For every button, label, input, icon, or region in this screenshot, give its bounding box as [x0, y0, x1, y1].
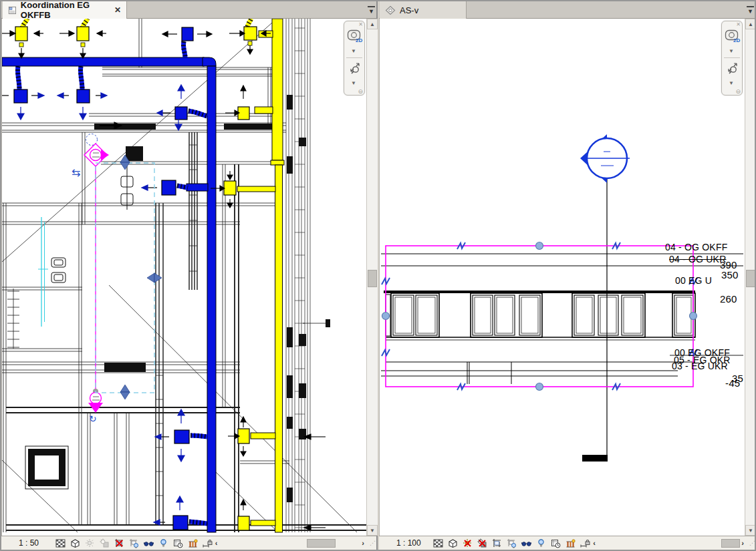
flip-section-icon: ⇆ — [72, 166, 80, 179]
level-label: 260 — [720, 293, 737, 305]
level-label: 04 - OG UKR — [669, 254, 726, 264]
floor-plan-canvas[interactable]: ⇆ ↻ ✕ 2D — [1, 19, 366, 536]
elevation-view-icon — [385, 5, 396, 15]
scroll-up-icon: ▲ — [745, 19, 756, 29]
zoom-dropdown-icon[interactable]: ▼ — [729, 80, 734, 86]
left-view-control-bar: 1 : 50 ‹ › ⋰ — [1, 536, 376, 550]
temporary-hide-isolate-icon[interactable] — [144, 538, 154, 548]
right-tab-bar: AS-v ▼ — [379, 1, 756, 19]
hscroll-right-icon[interactable]: › — [362, 539, 364, 547]
wheel-dropdown-icon[interactable]: ▼ — [729, 48, 734, 54]
zoom-icon[interactable] — [348, 61, 362, 75]
app-window: Koordination EG OKFFB ✕ ▼ — [0, 0, 756, 551]
crop-view-icon[interactable] — [114, 538, 124, 548]
horizontal-scrollbar[interactable] — [220, 538, 359, 548]
navbar-collapse-icon[interactable]: ⊖ — [358, 88, 363, 95]
tab-close-icon[interactable]: ✕ — [114, 5, 121, 15]
level-label: -45 — [725, 377, 740, 389]
scrollbar-thumb — [746, 270, 755, 287]
detail-level-icon[interactable] — [433, 538, 443, 548]
hscroll-left-icon[interactable]: ‹ — [215, 539, 218, 547]
navigation-bar[interactable]: ✕ 2D ▼ ▼ ⊖ — [721, 21, 743, 96]
zoom-icon[interactable] — [725, 61, 740, 75]
navbar-close-icon[interactable]: ✕ — [358, 21, 363, 27]
temporary-hide-isolate-icon[interactable] — [521, 538, 531, 548]
floor-plan-view-icon — [8, 5, 17, 15]
elevation-canvas[interactable]: 04 - OG OKFF04 - OG UKR39035000 EG U2600… — [379, 19, 745, 536]
tab-koordination[interactable]: Koordination EG OKFFB ✕ — [3, 1, 127, 19]
scale-indicator[interactable]: 1 : 50 — [19, 538, 51, 548]
reveal-constraints-icon[interactable] — [580, 538, 590, 548]
sun-path-icon[interactable] — [85, 538, 95, 548]
temporary-view-properties-icon[interactable] — [173, 538, 183, 548]
hscroll-left-icon[interactable]: ‹ — [593, 539, 596, 547]
steering-wheel-icon[interactable]: 2D — [725, 29, 741, 43]
worksharing-display-icon[interactable] — [188, 538, 198, 548]
crop-view-icon[interactable] — [492, 538, 502, 548]
scroll-down-icon: ▼ — [367, 525, 378, 536]
level-label: 03 - EG UKR — [672, 361, 728, 371]
scrollbar-thumb — [368, 270, 377, 287]
visual-style-icon[interactable] — [70, 538, 80, 548]
scroll-up-icon: ▲ — [367, 19, 378, 29]
right-pane: AS-v ▼ — [379, 1, 756, 551]
left-pane: Koordination EG OKFFB ✕ ▼ — [1, 1, 378, 551]
navbar-close-icon[interactable]: ✕ — [736, 21, 741, 27]
navbar-collapse-icon[interactable]: ⊖ — [735, 88, 741, 95]
left-tab-bar: Koordination EG OKFFB ✕ ▼ — [1, 1, 376, 19]
shadows-icon[interactable] — [100, 538, 110, 548]
reveal-hidden-elements-icon[interactable] — [158, 538, 168, 548]
show-crop-region-icon[interactable] — [507, 538, 517, 548]
right-vertical-scrollbar[interactable]: ▲ ▼ — [745, 19, 756, 536]
floor-plan-drawing: ⇆ ↻ — [2, 19, 366, 536]
level-label: 00 EG U — [675, 275, 712, 286]
show-crop-region-icon[interactable] — [129, 538, 139, 548]
level-label: 350 — [721, 269, 739, 281]
tab-title: AS-v — [400, 5, 418, 15]
tab-list-dropdown-icon[interactable]: ▼ — [366, 5, 376, 15]
visual-style-icon[interactable] — [448, 538, 458, 548]
hscroll-right-icon[interactable]: › — [741, 539, 744, 547]
level-label: 04 - OG OKFF — [665, 242, 727, 252]
resize-grip: ⋰ — [749, 540, 756, 546]
worksharing-display-icon[interactable] — [565, 538, 576, 548]
shadows-icon[interactable] — [477, 538, 487, 548]
scale-indicator[interactable]: 1 : 100 — [396, 538, 429, 548]
tab-as-v[interactable]: AS-v — [380, 1, 467, 19]
reveal-constraints-icon[interactable] — [203, 538, 213, 548]
left-vertical-scrollbar[interactable]: ▲ ▼ — [366, 19, 378, 536]
resize-grip: ⋰ — [370, 540, 376, 546]
horizontal-scrollbar[interactable] — [598, 538, 739, 548]
zoom-dropdown-icon[interactable]: ▼ — [351, 80, 356, 86]
wheel-2d-label: 2D — [356, 37, 362, 43]
rotate-icon: ↻ — [89, 413, 97, 424]
reveal-hidden-elements-icon[interactable] — [536, 538, 546, 548]
hscrollbar-thumb — [721, 539, 740, 548]
sun-path-icon[interactable] — [463, 538, 473, 548]
detail-level-icon[interactable] — [55, 538, 66, 548]
scroll-down-icon: ▼ — [745, 525, 756, 536]
wheel-2d-label: 2D — [733, 37, 740, 43]
tab-title: Koordination EG OKFFB — [21, 0, 108, 20]
temporary-view-properties-icon[interactable] — [551, 538, 561, 548]
wheel-dropdown-icon[interactable]: ▼ — [351, 48, 356, 54]
right-view-control-bar: 1 : 100 ‹ › ⋰ — [379, 536, 756, 550]
tab-list-dropdown-icon[interactable]: ▼ — [745, 5, 755, 15]
steering-wheel-icon[interactable]: 2D — [347, 29, 363, 43]
navigation-bar[interactable]: ✕ 2D ▼ ▼ ⊖ — [344, 21, 365, 96]
hscrollbar-thumb — [307, 539, 336, 548]
